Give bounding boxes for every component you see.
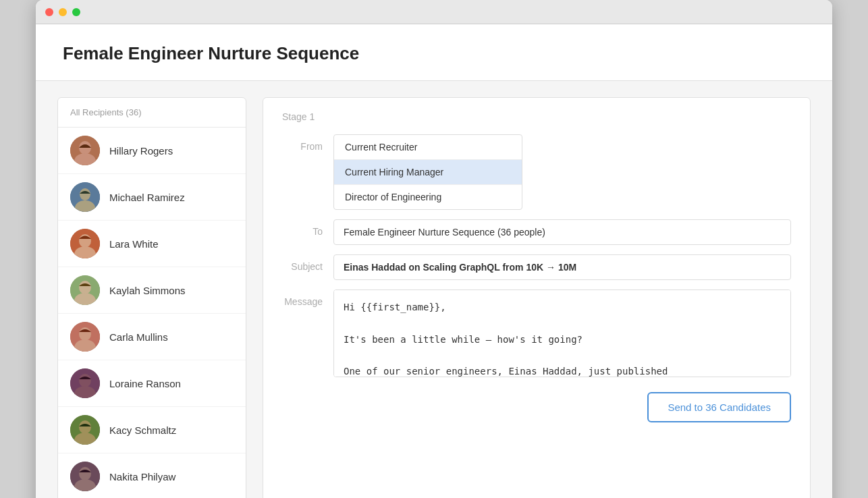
recipient-name: Carla Mullins	[109, 331, 168, 343]
send-row: Send to 36 Candidates	[282, 392, 791, 422]
dropdown-option-hiring-manager[interactable]: Current Hiring Manager	[334, 160, 522, 185]
recipient-name: Kaylah Simmons	[109, 285, 186, 296]
svg-point-10	[79, 281, 91, 294]
svg-point-19	[79, 420, 91, 434]
stage-label: Stage 1	[282, 111, 791, 122]
list-item[interactable]: Michael Ramirez	[58, 174, 246, 221]
subject-label: Subject	[282, 254, 323, 272]
page-title: Female Engineer Nurture Sequence	[63, 43, 805, 64]
recipient-name: Loraine Ranson	[109, 378, 181, 389]
avatar	[70, 415, 100, 445]
dropdown-option-director[interactable]: Director of Engineering	[334, 185, 522, 209]
svg-point-22	[79, 467, 91, 480]
list-item[interactable]: Kacy Schmaltz	[58, 407, 246, 453]
titlebar	[36, 0, 832, 24]
message-row: Message Hi {{first_name}}, It's been a l…	[282, 289, 791, 380]
from-field: Current Recruiter Current Hiring Manager…	[333, 134, 791, 210]
avatar	[70, 136, 100, 165]
avatar	[70, 322, 100, 352]
recipient-name: Kacy Schmaltz	[109, 424, 176, 436]
recipient-name: Nakita Philyaw	[109, 471, 175, 482]
from-row: From Current Recruiter Current Hiring Ma…	[282, 134, 791, 210]
subject-input[interactable]	[333, 254, 791, 280]
list-item[interactable]: Lara White	[58, 221, 246, 267]
list-item[interactable]: Hillary Rogers	[58, 128, 246, 174]
svg-point-16	[79, 374, 91, 387]
list-item[interactable]: Carla Mullins	[58, 314, 246, 360]
to-field	[333, 219, 791, 245]
recipient-name: Hillary Rogers	[109, 145, 173, 157]
subject-row: Subject	[282, 254, 791, 280]
list-item[interactable]: Nakita Philyaw	[58, 453, 246, 498]
list-item[interactable]: Kaylah Simmons	[58, 267, 246, 314]
app-window: Female Engineer Nurture Sequence All Rec…	[36, 0, 832, 498]
to-label: To	[282, 219, 323, 237]
maximize-button[interactable]	[72, 8, 80, 16]
recipients-panel: All Recipients (36) Hillary Rogers	[57, 97, 246, 498]
list-item[interactable]: Loraine Ranson	[58, 360, 246, 407]
avatar	[70, 275, 100, 305]
page-header: Female Engineer Nurture Sequence	[36, 24, 832, 81]
dropdown-option-recruiter[interactable]: Current Recruiter	[334, 135, 522, 160]
message-label: Message	[282, 289, 323, 307]
compose-panel: Stage 1 From Current Recruiter Current H…	[263, 97, 811, 498]
svg-point-4	[80, 188, 90, 200]
to-input[interactable]	[333, 219, 791, 245]
from-dropdown[interactable]: Current Recruiter Current Hiring Manager…	[333, 134, 522, 210]
avatar	[70, 462, 100, 491]
minimize-button[interactable]	[59, 8, 67, 16]
from-label: From	[282, 134, 323, 152]
to-row: To	[282, 219, 791, 245]
subject-field	[333, 254, 791, 280]
send-button[interactable]: Send to 36 Candidates	[647, 392, 791, 422]
avatar	[70, 368, 100, 398]
recipients-header: All Recipients (36)	[58, 98, 246, 128]
message-field: Hi {{first_name}}, It's been a little wh…	[333, 289, 791, 380]
recipient-name: Lara White	[109, 238, 159, 250]
close-button[interactable]	[45, 8, 53, 16]
avatar	[70, 182, 100, 212]
page-body: All Recipients (36) Hillary Rogers	[36, 81, 832, 498]
message-textarea[interactable]: Hi {{first_name}}, It's been a little wh…	[333, 289, 791, 377]
avatar	[70, 229, 100, 258]
recipient-name: Michael Ramirez	[109, 192, 185, 203]
recipient-list: Hillary Rogers Michael Ramirez	[58, 128, 246, 498]
